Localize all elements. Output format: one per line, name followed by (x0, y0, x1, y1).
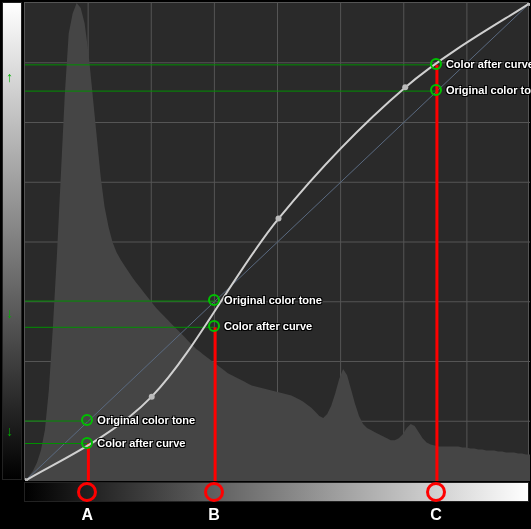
svg-point-26 (275, 216, 281, 222)
input-label-b: B (208, 506, 220, 524)
svg-point-25 (149, 394, 155, 400)
svg-point-27 (402, 84, 408, 90)
output-gradient-bar (2, 2, 22, 480)
input-label-a: A (82, 506, 94, 524)
curve-plot-area[interactable] (24, 2, 529, 480)
input-gradient-bar (24, 482, 529, 502)
input-label-c: C (430, 506, 442, 524)
